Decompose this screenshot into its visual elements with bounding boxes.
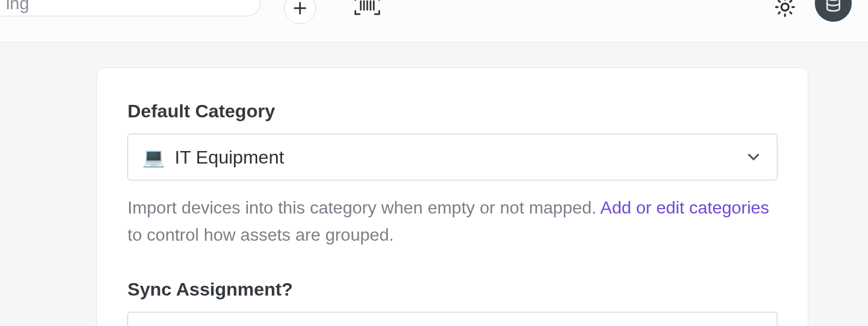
theme-toggle-button[interactable]: [773, 0, 797, 20]
laptop-icon: 💻: [142, 146, 165, 168]
sync-assignment-label: Sync Assignment?: [127, 279, 777, 300]
plus-icon: [292, 0, 308, 16]
add-button[interactable]: [284, 0, 316, 24]
default-category-help: Import devices into this category when e…: [127, 195, 777, 248]
chevron-down-icon: [744, 148, 763, 166]
add-edit-categories-link[interactable]: Add or edit categories: [601, 198, 769, 217]
default-category-label: Default Category: [127, 101, 777, 122]
default-category-value: IT Equipment: [175, 147, 744, 168]
sun-icon: [774, 0, 796, 18]
search-text-fragment: ing: [6, 0, 29, 14]
barcode-scan-button[interactable]: [353, 0, 382, 16]
settings-card: Default Category 💻 IT Equipment Import d…: [97, 67, 808, 326]
database-button[interactable]: [815, 0, 852, 22]
default-category-select[interactable]: 💻 IT Equipment: [127, 134, 777, 180]
sync-assignment-select[interactable]: [127, 312, 777, 326]
svg-line-15: [790, 1, 792, 2]
help-text-post: to control how assets are grouped.: [127, 225, 394, 244]
help-text-pre: Import devices into this category when e…: [127, 198, 601, 217]
svg-point-7: [781, 3, 788, 10]
svg-line-10: [778, 1, 780, 2]
topbar: ing: [0, 0, 868, 42]
database-icon: [824, 0, 843, 12]
barcode-icon: [353, 0, 381, 16]
svg-line-14: [778, 12, 780, 14]
search-input[interactable]: ing: [0, 0, 260, 16]
svg-line-11: [790, 12, 792, 14]
